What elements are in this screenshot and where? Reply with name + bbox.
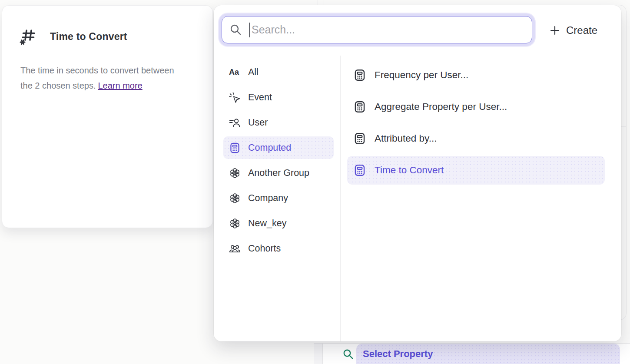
calculator-icon (353, 164, 366, 177)
svg-text:Aa: Aa (229, 68, 239, 76)
bottom-bar-gutter (314, 344, 323, 364)
category-another-group[interactable]: Another Group (223, 162, 334, 184)
calculator-icon (229, 142, 241, 154)
learn-more-link[interactable]: Learn more (98, 81, 142, 90)
tooltip-description-line1: The time in seconds to convert between (20, 66, 174, 75)
result-aggregate-property-per-user[interactable]: Aggregate Property per User... (347, 93, 605, 121)
tooltip-description-line2: the 2 chosen steps. (20, 81, 96, 90)
group-icon (229, 167, 241, 179)
calculator-icon (353, 69, 366, 82)
category-list: Aa All (223, 61, 334, 260)
search-input[interactable] (222, 17, 532, 43)
category-label: Another Group (248, 168, 309, 179)
select-property-field[interactable]: Select Property (356, 344, 620, 364)
category-label: User (248, 117, 268, 128)
category-label: New_key (248, 218, 286, 229)
create-button-label: Create (566, 24, 597, 36)
category-company[interactable]: Company (223, 187, 334, 209)
event-icon (229, 92, 241, 103)
computed-number-icon (18, 26, 38, 46)
calculator-icon (353, 132, 366, 145)
create-button[interactable]: Create (549, 22, 597, 39)
category-label: Computed (248, 142, 291, 153)
underlying-card-tick (621, 126, 626, 127)
category-event[interactable]: Event (223, 86, 334, 109)
select-property-label: Select Property (363, 348, 433, 360)
result-frequency-per-user[interactable]: Frequency per User... (347, 61, 605, 89)
search-field (222, 16, 532, 43)
category-label: All (248, 67, 259, 78)
category-label: Company (248, 193, 288, 204)
tooltip-title: Time to Convert (50, 31, 127, 43)
cohorts-icon (229, 243, 241, 255)
query-builder-bottom-bar: Select Property (314, 343, 630, 364)
result-label: Frequency per User... (375, 69, 468, 81)
category-cohorts[interactable]: Cohorts (223, 237, 334, 260)
result-label: Aggregate Property per User... (375, 101, 507, 113)
popover-column-divider (340, 56, 341, 341)
user-icon (229, 117, 241, 129)
category-new-key[interactable]: New_key (223, 212, 334, 235)
bottom-bar-divider (333, 344, 333, 364)
screen: { "tooltip": { "title": "Time to Convert… (0, 0, 630, 364)
group-icon (229, 218, 241, 229)
tooltip-description: The time in seconds to convert between t… (20, 63, 195, 93)
category-label: Event (248, 92, 272, 103)
result-attributed-by[interactable]: Attributed by... (347, 124, 605, 153)
property-tooltip-card: Time to Convert The time in seconds to c… (2, 5, 213, 228)
result-label: Time to Convert (375, 165, 444, 176)
result-time-to-convert[interactable]: Time to Convert (347, 156, 605, 185)
plus-icon (549, 25, 560, 36)
category-user[interactable]: User (223, 111, 334, 134)
property-picker-popover: Create Aa All (214, 5, 621, 341)
tooltip-header: Time to Convert (2, 6, 212, 46)
result-label: Attributed by... (375, 133, 437, 144)
aa-icon: Aa (229, 66, 241, 78)
group-icon (229, 192, 241, 204)
property-results-list: Frequency per User... Aggregate P (347, 61, 605, 185)
category-all[interactable]: Aa All (223, 61, 334, 83)
category-computed[interactable]: Computed (223, 136, 334, 159)
property-search-icon (342, 348, 354, 360)
calculator-icon (353, 100, 366, 113)
category-label: Cohorts (248, 243, 281, 254)
